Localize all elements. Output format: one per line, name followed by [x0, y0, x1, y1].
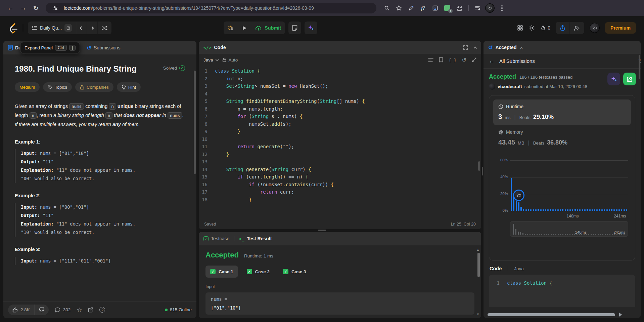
extension-pen-icon[interactable] — [406, 3, 416, 13]
bookmark-star-icon[interactable] — [394, 3, 404, 13]
collapse-panel-icon[interactable] — [474, 46, 477, 50]
extensions-puzzle-icon[interactable] — [454, 3, 464, 13]
code-line[interactable]: 15 if (curr.length() == n) { — [199, 173, 481, 181]
reset-code-icon[interactable]: ↺ — [462, 57, 466, 63]
tab-submissions[interactable]: ↺ Submissions — [87, 45, 121, 51]
upvote-button[interactable]: 2.8K — [8, 305, 34, 315]
tab-testcase[interactable]: ✓ Testcase — [203, 236, 229, 241]
browser-forward-button[interactable]: → — [17, 2, 29, 14]
notes-button[interactable] — [288, 22, 301, 34]
code-line[interactable]: 18 } — [199, 196, 481, 204]
runtime-distribution-bar[interactable] — [520, 207, 522, 211]
code-line[interactable]: 10 — [199, 135, 481, 143]
analyze-ai-button[interactable] — [607, 73, 620, 85]
code-line[interactable]: 3 Set<String> numsSet = new HashSet(); — [199, 82, 481, 90]
runtime-distribution-bar[interactable] — [518, 202, 519, 211]
leetcode-logo[interactable] — [8, 22, 18, 34]
code-line[interactable]: 4 — [199, 90, 481, 98]
testcase-scrollbar[interactable] — [477, 253, 480, 277]
case-tab-3[interactable]: ✓Case 3 — [278, 266, 311, 278]
code-line[interactable]: 1class Solution { — [491, 279, 633, 287]
runtime-stat-tile[interactable]: Runtime 3 ms | Beats 29.10% — [493, 99, 631, 125]
code-line[interactable]: 6 n = nums.length; — [199, 105, 481, 113]
timer-button[interactable] — [556, 22, 569, 34]
comments-button[interactable]: 302 — [55, 307, 71, 313]
url-text[interactable]: leetcode.com/problems/find-unique-binary… — [64, 5, 314, 11]
runtime-distribution-bar[interactable] — [511, 178, 512, 211]
editor-scrollbar[interactable] — [478, 161, 480, 171]
format-code-icon[interactable] — [428, 58, 433, 62]
case-tab-1[interactable]: ✓Case 1 — [205, 266, 238, 278]
code-line[interactable]: 14 String generate(String curr) { — [199, 166, 481, 173]
browser-menu-icon[interactable] — [497, 3, 507, 13]
brackets-icon[interactable]: { } — [449, 57, 456, 63]
browser-refresh-button[interactable]: ↻ — [30, 2, 42, 14]
layout-button[interactable] — [517, 25, 523, 31]
memory-stat-tile[interactable]: Memory 43.45 MB | Beats 36.80% — [493, 125, 631, 151]
random-problem-button[interactable] — [97, 22, 111, 34]
runtime-distribution-chart[interactable]: 148ms 241ms 60%40%20%0% — [510, 161, 628, 211]
topics-button[interactable]: Topics — [43, 82, 72, 92]
code-line[interactable]: 17 return curr; — [199, 188, 481, 196]
content-scrollbar[interactable] — [194, 71, 196, 174]
auto-mode[interactable]: Auto — [222, 57, 238, 63]
site-settings-icon[interactable] — [50, 3, 60, 13]
code-line[interactable]: 5 String findDifferentBinaryString(Strin… — [199, 97, 481, 105]
companies-button[interactable]: Companies — [75, 82, 113, 92]
edit-solution-button[interactable] — [623, 73, 636, 85]
code-line[interactable]: 8 numsSet.add(s); — [199, 120, 481, 128]
panel-vertical-scrollbar[interactable] — [639, 55, 640, 79]
zoom-search-icon[interactable] — [382, 3, 392, 13]
code-line[interactable]: 7 for (String s : nums) { — [199, 113, 481, 120]
code-line[interactable]: 13 — [199, 158, 481, 166]
share-button[interactable] — [88, 307, 93, 313]
prev-problem-button[interactable] — [76, 22, 87, 34]
collaborate-button[interactable] — [569, 22, 584, 34]
submit-button[interactable]: Submit — [251, 22, 285, 34]
code-editor[interactable]: 1class Solution {2 int n;3 Set<String> n… — [199, 66, 481, 203]
streak-counter[interactable]: 0 — [540, 25, 550, 31]
next-problem-button[interactable] — [87, 22, 97, 34]
run-button[interactable] — [238, 22, 251, 34]
code-line[interactable]: 12 } — [199, 151, 481, 158]
user-avatar[interactable] — [590, 23, 600, 33]
difficulty-badge[interactable]: Medium — [15, 82, 40, 92]
scroll-down-arrow[interactable]: ▼ — [476, 313, 479, 316]
user-submission-marker[interactable] — [513, 190, 524, 201]
scroll-right-arrow[interactable] — [619, 313, 622, 317]
close-tab-icon[interactable]: × — [520, 45, 523, 50]
extension-device-icon[interactable] — [430, 3, 440, 13]
hint-button[interactable]: Hint — [117, 82, 141, 92]
browser-profile-avatar[interactable] — [485, 3, 495, 13]
language-selector[interactable]: Java — [203, 57, 218, 63]
ai-assistant-button[interactable] — [305, 22, 317, 34]
code-line[interactable]: 9 } — [199, 128, 481, 135]
code-line[interactable]: 2 int n; — [199, 75, 481, 83]
daily-question-button[interactable]: Daily Qu... — [28, 22, 76, 34]
expand-diagonal-icon[interactable] — [472, 57, 476, 62]
case-tab-2[interactable]: ✓Case 2 — [242, 266, 275, 278]
code-line[interactable]: 11 return generate(""); — [199, 143, 481, 151]
tab-test-result[interactable]: >_ Test Result — [239, 236, 272, 241]
chart-navigator[interactable]: 148ms 241ms — [510, 221, 628, 237]
code-line[interactable]: 1class Solution { — [199, 67, 481, 75]
bookmark-icon[interactable] — [439, 57, 443, 63]
help-button[interactable]: ? — [99, 307, 105, 313]
debug-button[interactable] — [224, 22, 238, 34]
scroll-up-arrow[interactable]: ▲ — [476, 248, 479, 251]
extension-green-icon[interactable]: 1 — [442, 3, 452, 13]
fullscreen-icon[interactable] — [463, 45, 468, 50]
media-queue-icon[interactable] — [473, 3, 483, 13]
downvote-button[interactable] — [34, 305, 49, 315]
code-line[interactable]: 16 if (!numsSet.contains(curr)) { — [199, 181, 481, 189]
extension-fn-icon[interactable]: f? — [418, 3, 428, 13]
all-submissions-label[interactable]: All Submissions — [499, 58, 535, 64]
premium-button[interactable]: Premium — [605, 22, 636, 34]
panel-horizontal-scrollbar[interactable] — [488, 313, 625, 316]
horizontal-resize-handle[interactable] — [318, 230, 326, 231]
scrollbar-thumb[interactable] — [488, 313, 615, 316]
browser-back-button[interactable]: ← — [5, 2, 16, 14]
favorite-button[interactable]: ☆ — [77, 306, 82, 314]
url-bar[interactable]: leetcode.com/problems/find-unique-binary… — [46, 3, 376, 13]
testcase-input-box[interactable]: nums = ["01","10"] — [205, 292, 474, 315]
